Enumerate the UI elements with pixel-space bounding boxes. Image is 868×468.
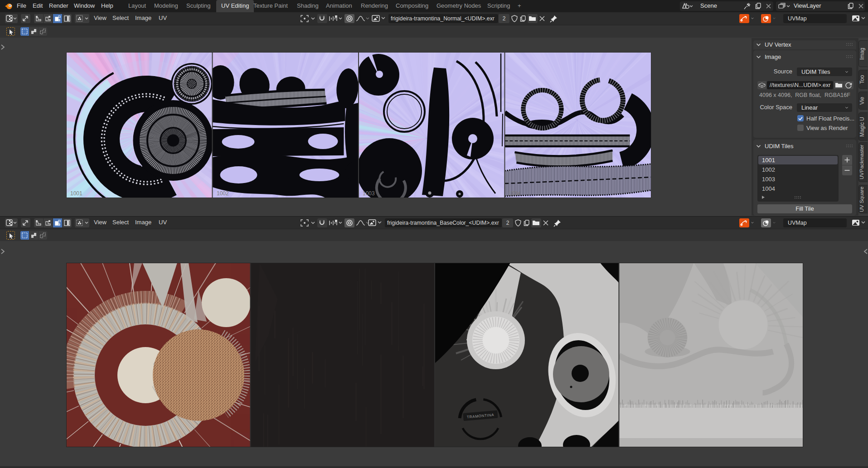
- svg-text:1001: 1001: [70, 190, 82, 197]
- svg-text:1002: 1002: [217, 190, 229, 197]
- svg-text:1004: 1004: [509, 190, 521, 197]
- svg-text:1003: 1003: [363, 190, 375, 197]
